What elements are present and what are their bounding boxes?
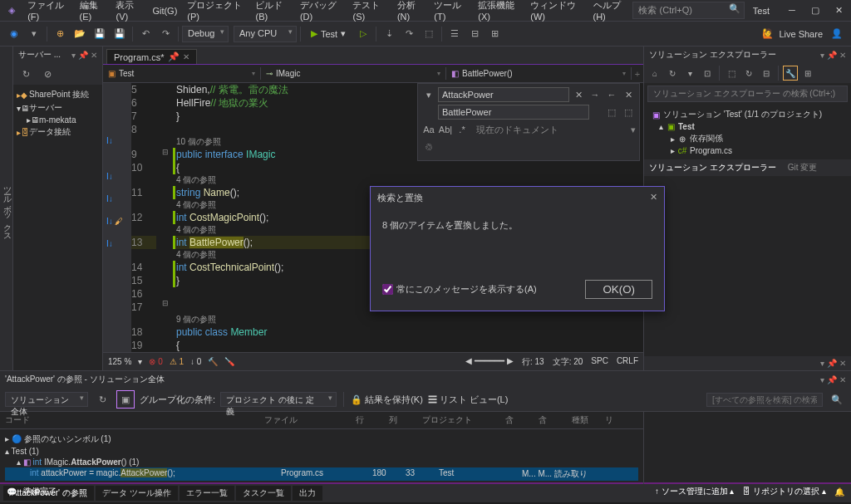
ref-method[interactable]: ▴ ◧ int IMagic.AttackPower() (1) bbox=[5, 457, 638, 467]
tree-machine[interactable]: ▸🖥m-mekata bbox=[15, 115, 101, 125]
live-share-button[interactable]: Live Share bbox=[779, 29, 823, 39]
menu-build[interactable]: ビルド(B) bbox=[250, 0, 294, 24]
collapse-icon[interactable]: ⊟ bbox=[759, 66, 774, 81]
sync-icon[interactable]: ↻ bbox=[665, 66, 680, 81]
tree-servers[interactable]: ▾🖥サーバー bbox=[15, 101, 101, 115]
maximize-button[interactable]: ▢ bbox=[806, 5, 824, 16]
scope-icon[interactable]: ⊡ bbox=[700, 66, 715, 81]
search-icon[interactable]: 🔍 bbox=[828, 390, 846, 409]
show-all-icon[interactable]: ⬚ bbox=[724, 66, 739, 81]
build-icon[interactable]: 🔨 bbox=[208, 357, 218, 366]
split-icon[interactable]: + bbox=[632, 69, 643, 79]
menu-analyze[interactable]: 分析(N) bbox=[392, 0, 429, 24]
toolbox-tab[interactable]: ツールボックス bbox=[0, 46, 13, 370]
tb-icon[interactable]: ⊟ bbox=[465, 25, 484, 43]
tree-sharepoint[interactable]: ▸◆SharePoint 接続 bbox=[15, 88, 101, 101]
opt-icon[interactable]: ♲ bbox=[421, 139, 436, 154]
redo-icon[interactable]: ↷ bbox=[156, 25, 175, 43]
close-find-icon[interactable]: ✕ bbox=[571, 87, 586, 102]
menu-extensions[interactable]: 拡張機能(X) bbox=[473, 0, 525, 24]
refresh-icon[interactable]: ↻ bbox=[93, 390, 111, 409]
menu-debug[interactable]: デバッグ(D) bbox=[295, 0, 348, 24]
menu-tools[interactable]: ツール(T) bbox=[429, 0, 473, 24]
filter-icon[interactable]: ▣ bbox=[116, 390, 135, 409]
tb-icon[interactable]: ▾ bbox=[682, 66, 697, 81]
close-tab-icon[interactable]: ✕ bbox=[183, 52, 189, 61]
tb-icon[interactable]: ⊞ bbox=[485, 25, 504, 43]
regex-icon[interactable]: .* bbox=[455, 122, 470, 137]
menu-edit[interactable]: 編集(E) bbox=[75, 0, 111, 24]
project-node[interactable]: ▴▣Test bbox=[649, 121, 846, 132]
stop-icon[interactable]: ⬚ bbox=[420, 25, 438, 43]
save-icon[interactable]: 💾 bbox=[91, 25, 109, 43]
menu-project[interactable]: プロジェクト(P) bbox=[182, 0, 250, 24]
match-case-icon[interactable]: Aa bbox=[421, 122, 436, 137]
find-prev-icon[interactable]: → bbox=[588, 87, 603, 102]
pin-tab-icon[interactable]: 📌 bbox=[168, 51, 180, 62]
solution-node[interactable]: ▣ソリューション 'Test' (1/1 のプロジェクト) bbox=[649, 108, 846, 121]
nav-type[interactable]: ⊸IMagic bbox=[261, 67, 446, 80]
nav-member[interactable]: ◧BattlePower() bbox=[446, 67, 632, 80]
file-node[interactable]: ▸c#Program.cs bbox=[649, 145, 846, 156]
repo-select[interactable]: 🗄 リポジトリの選択 ▴ bbox=[742, 486, 826, 497]
find-next-icon[interactable]: ← bbox=[604, 87, 619, 102]
refs-group-combo[interactable]: プロジェクト の後に 定義 bbox=[220, 392, 337, 407]
nav-back-icon[interactable]: ◉ bbox=[5, 25, 23, 43]
warning-count[interactable]: ⚠ 1 bbox=[170, 357, 184, 366]
keep-results[interactable]: 🔒 結果を保持(K) bbox=[351, 394, 423, 406]
undo-icon[interactable]: ↶ bbox=[136, 25, 155, 43]
save-all-icon[interactable]: 💾 bbox=[111, 25, 129, 43]
ok-button[interactable]: OK(O) bbox=[585, 280, 652, 299]
platform-combo[interactable]: Any CPU bbox=[234, 26, 297, 42]
find-scope[interactable]: 現在のドキュメント bbox=[471, 124, 629, 136]
menu-view[interactable]: 表示(V) bbox=[111, 0, 147, 24]
stop-icon[interactable]: ⊘ bbox=[38, 65, 57, 83]
home-icon[interactable]: ⌂ bbox=[647, 66, 662, 81]
solution-search[interactable]: ソリューション エクスプローラー の検索 (Ctrl+;) bbox=[647, 86, 848, 102]
dropdown-icon[interactable]: ▾ bbox=[25, 25, 43, 43]
bottom-tab[interactable]: エラー一覧 bbox=[180, 486, 234, 501]
menu-file[interactable]: ファイル(F) bbox=[22, 0, 74, 24]
bottom-tab[interactable]: 出力 bbox=[293, 486, 322, 501]
ref-group[interactable]: ▴ Test (1) bbox=[5, 446, 638, 457]
replace-next-icon[interactable]: ⬚ bbox=[604, 105, 619, 120]
expand-icon[interactable]: ▾ bbox=[421, 87, 436, 102]
admin-icon[interactable]: 👤 bbox=[828, 25, 846, 43]
refs-scope-combo[interactable]: ソリューション全体 bbox=[5, 392, 88, 407]
replace-input[interactable] bbox=[438, 105, 589, 120]
dependencies-node[interactable]: ▸⊕依存関係 bbox=[649, 132, 846, 145]
file-tab[interactable]: Program.cs*📌✕ bbox=[106, 49, 197, 64]
info-count[interactable]: ↓ 0 bbox=[190, 357, 201, 366]
dialog-close-icon[interactable]: ✕ bbox=[650, 192, 657, 204]
bottom-tab[interactable]: タスク一覧 bbox=[236, 486, 291, 501]
config-combo[interactable]: Debug bbox=[182, 26, 229, 42]
step-icon[interactable]: ⇣ bbox=[380, 25, 398, 43]
menu-window[interactable]: ウィンドウ(W) bbox=[525, 0, 588, 24]
minimize-button[interactable]: ─ bbox=[783, 5, 801, 16]
properties-icon[interactable]: 🔧 bbox=[783, 66, 798, 81]
ref-call[interactable]: int attackPower = magic.AttackPower(); P… bbox=[5, 467, 638, 481]
zoom-combo[interactable]: 125 % bbox=[108, 357, 131, 366]
close-panel-icon[interactable]: ✕ bbox=[621, 87, 636, 102]
open-icon[interactable]: 📂 bbox=[71, 25, 89, 43]
menu-test[interactable]: テスト(S) bbox=[347, 0, 391, 24]
bottom-tab[interactable]: データ ツール操作 bbox=[96, 486, 178, 501]
nav-scope[interactable]: ▣Test bbox=[103, 67, 261, 80]
refresh-icon[interactable]: ↻ bbox=[741, 66, 756, 81]
preview-icon[interactable]: ⊞ bbox=[800, 66, 815, 81]
tb-icon[interactable]: ☰ bbox=[445, 25, 464, 43]
pin-icon[interactable]: ▾ 📌 ✕ bbox=[71, 51, 97, 60]
start-debug-button[interactable]: ▶Test ▾ bbox=[304, 27, 352, 41]
refs-search[interactable] bbox=[706, 393, 823, 407]
menu-help[interactable]: ヘルプ(H) bbox=[588, 0, 633, 24]
close-button[interactable]: ✕ bbox=[829, 5, 848, 16]
soln-tab[interactable]: ソリューション エクスプローラー bbox=[649, 162, 776, 174]
git-tab[interactable]: Git 変更 bbox=[788, 162, 818, 174]
feedback-icon[interactable]: 💬 bbox=[7, 487, 17, 497]
global-search[interactable]: 検索 (Ctrl+Q)🔍 bbox=[632, 2, 744, 19]
replace-all-icon[interactable]: ⬚ bbox=[621, 105, 636, 120]
always-show-checkbox[interactable]: 常にこのメッセージを表示する(A) bbox=[382, 283, 537, 296]
whole-word-icon[interactable]: Ab| bbox=[438, 122, 453, 137]
menu-git[interactable]: Git(G) bbox=[147, 3, 182, 18]
notifications-icon[interactable]: 🔔 bbox=[834, 487, 844, 497]
